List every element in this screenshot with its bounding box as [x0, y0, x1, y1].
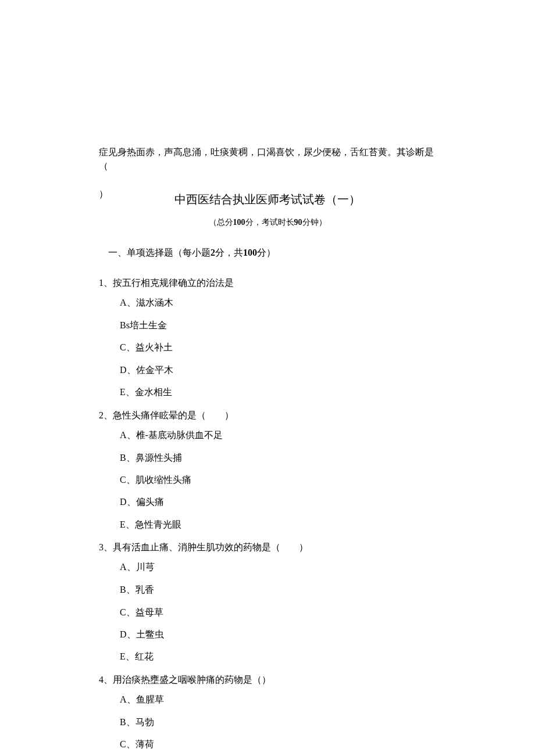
option-c: C、薄荷	[120, 738, 436, 751]
subtitle-suffix: 分钟）	[302, 218, 327, 227]
subtitle-score: 100	[233, 218, 245, 227]
section-heading-total: 100	[243, 248, 257, 257]
question-number: 2	[99, 410, 104, 420]
question-stem: 4、用治痰热壅盛之咽喉肿痛的药物是（）	[99, 673, 436, 687]
option-e: E、金水相生	[120, 386, 436, 399]
question-stem: 3、具有活血止痛、消肿生肌功效的药物是（ ）	[99, 540, 436, 554]
option-b: B、马勃	[120, 716, 436, 729]
question-stem: 1、按五行相克规律确立的治法是	[99, 276, 436, 290]
option-c: C、益母草	[120, 606, 436, 619]
section-heading-suffix: 分）	[257, 248, 276, 257]
question-number: 1	[99, 278, 104, 288]
subtitle-minutes: 90	[294, 218, 302, 227]
section-heading-per: 2	[211, 248, 215, 257]
question-stem: 2、急性头痛伴眩晕的是（ ）	[99, 409, 436, 422]
exam-page: 症见身热面赤，声高息涌，吐痰黄稠，口渴喜饮，尿少便秘，舌红苔黄。其诊断是（ ） …	[0, 0, 535, 756]
subtitle-prefix: （总分	[209, 218, 233, 227]
exam-title: 中西医结合执业医师考试试卷（一）	[99, 191, 436, 208]
option-b: B、乳香	[120, 583, 436, 596]
option-a: A、椎-基底动脉供血不足	[120, 428, 436, 442]
option-a: A、滋水涵木	[120, 296, 436, 310]
exam-subtitle: （总分100分，考试时长90分钟）	[99, 216, 436, 228]
option-e: E、急性青光眼	[120, 518, 436, 531]
option-d: D、佐金平木	[120, 364, 436, 377]
option-c: C、肌收缩性头痛	[120, 474, 436, 486]
stray-fragment-top: 症见身热面赤，声高息涌，吐痰黄稠，口渴喜饮，尿少便秘，舌红苔黄。其诊断是（	[99, 145, 436, 173]
section-heading-prefix: 一、单项选择题（每小题	[108, 248, 211, 257]
question-text: 、用治痰热壅盛之咽喉肿痛的药物是（）	[104, 675, 271, 685]
question-text: 、具有活血止痛、消肿生肌功效的药物是（ ）	[104, 542, 308, 552]
option-d: D、偏头痛	[120, 496, 436, 508]
option-d: D、土鳖虫	[120, 628, 436, 641]
option-a: A、川芎	[120, 560, 436, 574]
section-heading-mid: 分，共	[215, 248, 243, 257]
option-b: Bs培土生金	[120, 319, 436, 332]
question-4: 4、用治痰热壅盛之咽喉肿痛的药物是（） A、鱼腥草 B、马勃 C、薄荷 D、山豆…	[99, 673, 436, 756]
option-a: A、鱼腥草	[120, 693, 436, 707]
question-1: 1、按五行相克规律确立的治法是 A、滋水涵木 Bs培土生金 C、益火补土 D、佐…	[99, 276, 436, 399]
option-b: B、鼻源性头捕	[120, 452, 436, 464]
question-number: 3	[99, 542, 104, 552]
question-2: 2、急性头痛伴眩晕的是（ ） A、椎-基底动脉供血不足 B、鼻源性头捕 C、肌收…	[99, 409, 436, 532]
question-3: 3、具有活血止痛、消肿生肌功效的药物是（ ） A、川芎 B、乳香 C、益母草 D…	[99, 540, 436, 664]
question-number: 4	[99, 675, 104, 685]
option-e: E、红花	[120, 650, 436, 663]
question-text: 、急性头痛伴眩晕的是（ ）	[104, 410, 234, 420]
section-heading: 一、单项选择题（每小题2分，共100分）	[108, 246, 436, 260]
subtitle-mid: 分，考试时长	[245, 218, 294, 227]
question-text: 、按五行相克规律确立的治法是	[104, 278, 234, 288]
option-c: C、益火补土	[120, 341, 436, 354]
